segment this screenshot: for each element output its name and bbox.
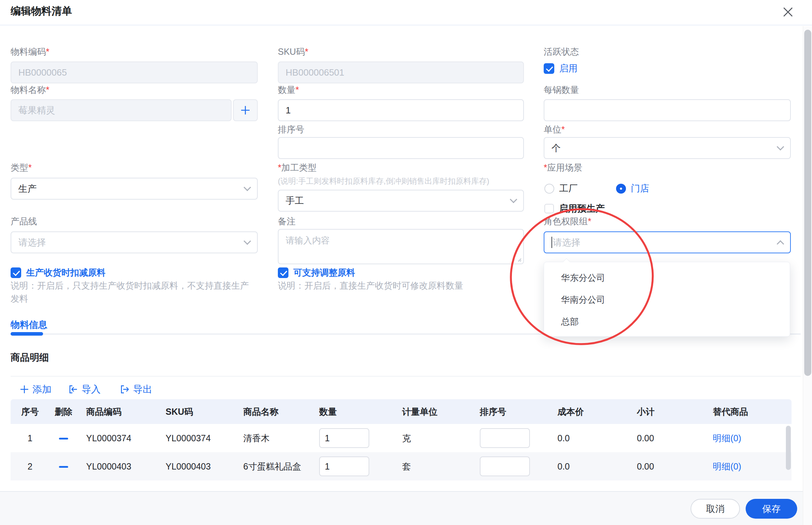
role-group-select[interactable]: 请选择 [544,231,791,253]
cancel-button[interactable]: 取消 [691,499,740,519]
product-line-select[interactable]: 请选择 [11,231,258,253]
dropdown-option-east-branch[interactable]: 华东分公司 [544,267,790,289]
plus-icon [239,104,251,116]
role-group-dropdown: 华东分公司 华南分公司 总部 [544,262,790,337]
checkbox-checked-icon[interactable] [11,267,21,278]
add-row-button[interactable]: 添加 [19,383,52,396]
product-line-label: 产品线 [11,216,37,226]
unit-label: 单位* [544,124,565,134]
resize-handle-icon[interactable] [516,256,522,262]
col-cost: 成本价 [549,406,628,418]
chevron-down-icon [244,184,251,191]
active-status-checkbox[interactable]: 启用 [544,62,578,75]
close-icon[interactable] [780,4,796,20]
deduct-material-checkbox[interactable]: 生产收货时扣减原料 [11,267,106,278]
section-divider [11,376,801,377]
product-line-placeholder: 请选择 [18,236,46,249]
per-pot-quantity-label: 每锅数量 [544,85,579,95]
material-code-input [11,61,258,83]
dropdown-option-headquarters[interactable]: 总部 [544,311,790,332]
export-icon [119,384,130,395]
row-index: 1 [11,433,49,443]
remark-label: 备注 [278,216,295,226]
save-button[interactable]: 保存 [746,499,797,519]
row-qty-input[interactable] [319,456,369,476]
edit-bom-dialog: 编辑物料清单 物料编码* SKU码* 活跃状态 启用 物料名称* 数量* 每锅数… [0,0,812,525]
row-alt-detail-link[interactable]: 明细(0) [713,461,741,471]
deduct-material-label: 生产收货时扣减原料 [26,267,106,278]
active-status-checkbox-label: 启用 [559,62,578,75]
row-alt-detail-link[interactable]: 明细(0) [713,433,741,443]
row-unit: 套 [394,461,471,472]
sku-code-label: SKU码* [278,47,308,57]
import-label: 导入 [82,383,101,396]
col-subtotal: 小计 [628,406,704,418]
process-type-note: (说明:手工则发料时扣原料库存,倒冲则销售出库时扣原料库存) [278,176,489,187]
add-row-label: 添加 [32,383,52,396]
row-sort-input[interactable] [480,456,530,476]
material-name-label: 物料名称* [11,85,49,95]
process-type-select[interactable]: 手工 [278,190,524,212]
row-qty-input[interactable] [319,428,369,448]
pre-production-label: 启用预生产 [559,202,605,215]
pre-production-checkbox[interactable]: 启用预生产 [544,202,605,215]
process-type-select-value: 手工 [286,195,304,207]
quantity-input[interactable] [278,99,524,121]
delete-row-icon[interactable] [59,438,68,440]
col-product-name: 商品名称 [235,406,311,418]
col-qty: 数量 [311,406,394,418]
row-product-name: 6寸蛋糕礼品盒 [235,461,311,472]
col-sku: SKU码 [157,406,235,418]
process-type-label: *加工类型 [278,163,317,172]
export-label: 导出 [133,383,152,396]
type-select-value: 生产 [18,183,37,195]
radio-selected-icon[interactable] [616,184,626,194]
radio-unselected-icon[interactable] [544,184,554,194]
radio-store-label: 门店 [631,182,649,195]
material-name-add-button[interactable] [233,99,258,121]
per-pot-quantity-input[interactable] [544,99,791,121]
adjust-material-checkbox[interactable]: 可支持调整原料 [278,267,355,278]
table-row: 2 YL0000403 YL0000403 6寸蛋糕礼品盒 套 0.0 0.00… [11,452,792,480]
active-status-label: 活跃状态 [544,47,579,57]
col-index: 序号 [11,406,49,418]
radio-factory[interactable]: 工厂 [544,182,578,195]
material-code-label: 物料编码* [11,47,49,57]
sort-no-input[interactable] [278,137,524,159]
text-caret [551,237,552,248]
row-product-code: YL0000403 [78,461,157,472]
import-button[interactable]: 导入 [68,383,101,396]
export-button[interactable]: 导出 [119,383,152,396]
dialog-footer [0,491,812,525]
type-select[interactable]: 生产 [11,178,258,200]
col-alt-product: 替代商品 [704,406,797,418]
row-product-name: 清香木 [235,432,311,444]
adjust-material-description: 说明：开启后，直接生产收货时可修改原料数量 [278,279,519,292]
row-sku: YL0000374 [157,433,235,443]
remark-textarea[interactable] [278,229,524,264]
col-unit: 计量单位 [394,406,471,418]
unit-select[interactable]: 个 [544,137,791,159]
page-scrollbar-thumb[interactable] [804,30,811,376]
radio-factory-label: 工厂 [559,182,578,195]
tab-material-info[interactable]: 物料信息 [11,319,47,331]
checkbox-unchecked-icon[interactable] [544,204,554,213]
delete-row-icon[interactable] [59,466,68,468]
app-scene-label: *应用场景 [544,163,583,172]
dialog-title: 编辑物料清单 [11,4,72,18]
table-scrollbar-thumb[interactable] [786,426,791,470]
row-subtotal: 0.00 [628,461,704,472]
row-index: 2 [11,461,49,472]
row-cost: 0.0 [549,461,628,472]
col-product-code: 商品编码 [78,406,157,418]
checkbox-checked-icon[interactable] [278,267,288,278]
radio-store[interactable]: 门店 [616,182,649,195]
dropdown-option-south-branch[interactable]: 华南分公司 [544,289,790,311]
chevron-down-icon [777,143,784,151]
row-sort-input[interactable] [480,428,530,448]
checkbox-checked-icon[interactable] [544,63,554,74]
sku-code-input [278,61,524,83]
dialog-header: 编辑物料清单 [0,0,812,25]
tab-active-indicator [11,332,43,336]
quantity-label: 数量* [278,85,299,95]
